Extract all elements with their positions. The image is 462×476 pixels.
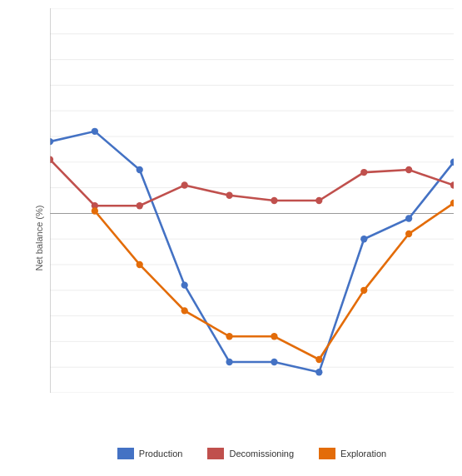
svg-point-65	[181, 307, 188, 314]
svg-point-61	[405, 166, 412, 173]
svg-point-45	[137, 166, 143, 173]
legend-label-production: Production	[139, 449, 183, 459]
svg-point-67	[271, 333, 277, 340]
svg-point-70	[405, 231, 412, 237]
svg-point-51	[405, 215, 412, 221]
svg-point-57	[226, 192, 232, 199]
svg-point-43	[50, 138, 53, 145]
legend-label-exploration: Exploration	[340, 449, 386, 459]
svg-point-56	[181, 181, 188, 188]
svg-point-44	[92, 128, 98, 135]
chart-legend: Production Decomissioning Exploration	[50, 448, 454, 459]
chart-container: Net balance (%) 80 70 60 50	[0, 0, 462, 476]
svg-point-55	[137, 202, 143, 209]
svg-point-66	[226, 333, 232, 340]
legend-color-production	[117, 448, 134, 459]
svg-point-69	[360, 287, 367, 294]
legend-color-decomissioning	[207, 448, 224, 459]
svg-point-58	[271, 197, 277, 204]
svg-point-50	[360, 236, 367, 242]
svg-point-49	[315, 369, 322, 375]
svg-point-63	[92, 207, 98, 214]
legend-item-decomissioning: Decomissioning	[207, 448, 294, 459]
legend-item-exploration: Exploration	[319, 448, 386, 459]
svg-point-47	[226, 359, 232, 365]
legend-label-decomissioning: Decomissioning	[229, 449, 294, 459]
line-chart: 80 70 60 50 40 30 20 10 0 -10 -20 -30 -4…	[50, 8, 454, 393]
legend-color-exploration	[319, 448, 335, 459]
y-axis-label: Net balance (%)	[34, 206, 44, 271]
svg-point-68	[315, 356, 322, 363]
legend-item-production: Production	[117, 448, 183, 459]
svg-point-64	[137, 261, 143, 268]
svg-rect-0	[50, 8, 454, 393]
svg-point-48	[271, 359, 277, 365]
svg-point-46	[181, 281, 188, 288]
svg-point-59	[315, 197, 322, 204]
svg-point-60	[360, 169, 367, 176]
